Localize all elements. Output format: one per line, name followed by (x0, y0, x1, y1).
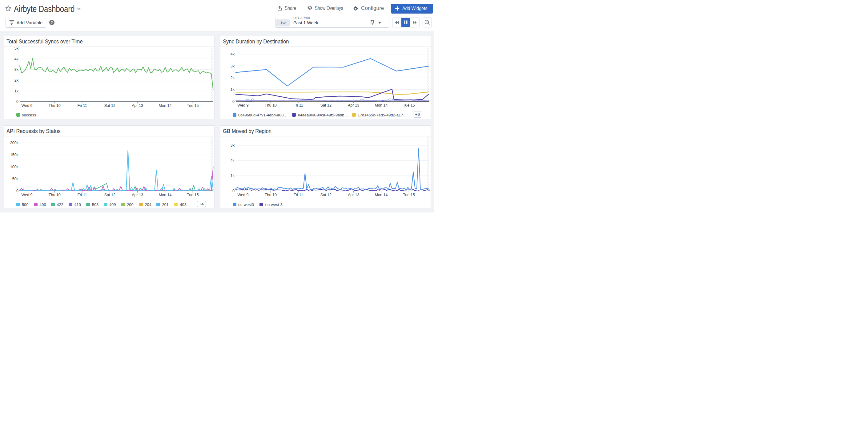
svg-text:Thu 10: Thu 10 (265, 193, 277, 197)
svg-text:Tue 15: Tue 15 (403, 103, 415, 108)
svg-text:150k: 150k (10, 153, 19, 157)
svg-text:Tue 15: Tue 15 (187, 193, 198, 197)
svg-text:Apr 13: Apr 13 (348, 103, 359, 108)
svg-text:100k: 100k (10, 165, 19, 169)
svg-text:50k: 50k (12, 177, 19, 181)
svg-text:1k: 1k (230, 174, 235, 178)
svg-text:2k: 2k (230, 76, 235, 80)
svg-text:2k: 2k (230, 159, 235, 163)
svg-text:Mon 14: Mon 14 (375, 103, 388, 108)
svg-text:Wed 9: Wed 9 (237, 193, 248, 197)
svg-text:0: 0 (16, 99, 18, 104)
svg-text:Mon 14: Mon 14 (375, 193, 388, 197)
svg-text:200k: 200k (10, 141, 19, 145)
svg-text:Sat 12: Sat 12 (104, 193, 115, 197)
svg-text:Mon 14: Mon 14 (158, 193, 172, 197)
svg-text:Wed 9: Wed 9 (237, 103, 248, 108)
svg-text:Fri 11: Fri 11 (293, 193, 303, 197)
svg-text:Apr 13: Apr 13 (132, 193, 143, 197)
svg-text:Sat 12: Sat 12 (320, 193, 332, 197)
svg-text:Wed 9: Wed 9 (21, 193, 32, 197)
svg-text:4k: 4k (230, 52, 235, 56)
svg-text:1k: 1k (230, 88, 235, 92)
svg-text:3k: 3k (14, 67, 19, 72)
svg-text:Sat 12: Sat 12 (320, 103, 332, 108)
svg-text:3k: 3k (230, 64, 235, 68)
svg-text:3k: 3k (230, 143, 235, 148)
svg-text:Thu 10: Thu 10 (265, 103, 277, 108)
svg-text:Thu 10: Thu 10 (48, 103, 60, 108)
svg-text:Apr 13: Apr 13 (132, 103, 143, 108)
svg-text:Tue 15: Tue 15 (187, 103, 198, 108)
svg-text:Tue 15: Tue 15 (403, 193, 415, 197)
svg-text:Mon 14: Mon 14 (158, 103, 172, 108)
svg-text:Fri 11: Fri 11 (77, 103, 87, 108)
svg-text:4k: 4k (14, 57, 19, 61)
svg-text:Apr 13: Apr 13 (348, 193, 359, 197)
svg-text:Thu 10: Thu 10 (48, 193, 60, 197)
svg-text:Wed 9: Wed 9 (21, 103, 32, 108)
svg-text:2k: 2k (14, 78, 19, 83)
svg-text:0: 0 (232, 99, 235, 104)
svg-text:1k: 1k (14, 89, 19, 93)
svg-text:0: 0 (232, 189, 235, 193)
svg-text:Fri 11: Fri 11 (293, 103, 303, 108)
svg-text:0: 0 (16, 189, 18, 193)
svg-text:Sat 12: Sat 12 (104, 103, 115, 108)
svg-text:Fri 11: Fri 11 (77, 193, 87, 197)
svg-text:5k: 5k (14, 46, 19, 51)
